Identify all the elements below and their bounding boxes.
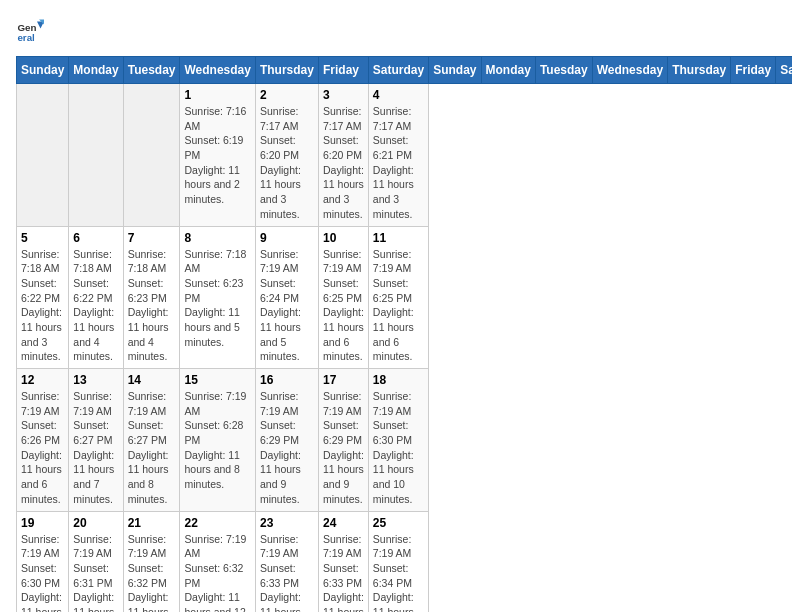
day-cell: 25Sunrise: 7:19 AMSunset: 6:34 PMDayligh…	[368, 511, 428, 612]
day-info: Sunrise: 7:19 AMSunset: 6:32 PMDaylight:…	[128, 532, 176, 613]
header-saturday: Saturday	[368, 57, 428, 84]
header-tuesday: Tuesday	[123, 57, 180, 84]
day-info: Sunrise: 7:17 AMSunset: 6:20 PMDaylight:…	[260, 104, 314, 222]
day-info: Sunrise: 7:19 AMSunset: 6:29 PMDaylight:…	[323, 389, 364, 507]
day-number: 5	[21, 231, 64, 245]
day-number: 2	[260, 88, 314, 102]
day-number: 13	[73, 373, 118, 387]
day-number: 12	[21, 373, 64, 387]
page-header: Gen eral	[16, 16, 776, 44]
header-monday: Monday	[69, 57, 123, 84]
day-info: Sunrise: 7:18 AMSunset: 6:22 PMDaylight:…	[21, 247, 64, 365]
day-cell: 23Sunrise: 7:19 AMSunset: 6:33 PMDayligh…	[255, 511, 318, 612]
day-info: Sunrise: 7:19 AMSunset: 6:31 PMDaylight:…	[73, 532, 118, 613]
day-number: 6	[73, 231, 118, 245]
header-friday: Friday	[318, 57, 368, 84]
day-number: 10	[323, 231, 364, 245]
day-number: 11	[373, 231, 424, 245]
day-number: 20	[73, 516, 118, 530]
day-cell: 11Sunrise: 7:19 AMSunset: 6:25 PMDayligh…	[368, 226, 428, 369]
day-cell: 18Sunrise: 7:19 AMSunset: 6:30 PMDayligh…	[368, 369, 428, 512]
day-cell: 21Sunrise: 7:19 AMSunset: 6:32 PMDayligh…	[123, 511, 180, 612]
day-number: 1	[184, 88, 250, 102]
day-number: 4	[373, 88, 424, 102]
day-info: Sunrise: 7:19 AMSunset: 6:27 PMDaylight:…	[73, 389, 118, 507]
day-cell: 5Sunrise: 7:18 AMSunset: 6:22 PMDaylight…	[17, 226, 69, 369]
day-cell: 2Sunrise: 7:17 AMSunset: 6:20 PMDaylight…	[255, 84, 318, 227]
day-info: Sunrise: 7:19 AMSunset: 6:30 PMDaylight:…	[373, 389, 424, 507]
day-cell: 13Sunrise: 7:19 AMSunset: 6:27 PMDayligh…	[69, 369, 123, 512]
day-cell	[123, 84, 180, 227]
col-header-thursday: Thursday	[668, 57, 731, 84]
day-number: 15	[184, 373, 250, 387]
day-info: Sunrise: 7:17 AMSunset: 6:21 PMDaylight:…	[373, 104, 424, 222]
day-number: 16	[260, 373, 314, 387]
day-info: Sunrise: 7:19 AMSunset: 6:32 PMDaylight:…	[184, 532, 250, 613]
header-thursday: Thursday	[255, 57, 318, 84]
day-cell	[17, 84, 69, 227]
day-cell: 1Sunrise: 7:16 AMSunset: 6:19 PMDaylight…	[180, 84, 255, 227]
calendar-table: SundayMondayTuesdayWednesdayThursdayFrid…	[16, 56, 792, 612]
day-info: Sunrise: 7:19 AMSunset: 6:30 PMDaylight:…	[21, 532, 64, 613]
day-cell: 9Sunrise: 7:19 AMSunset: 6:24 PMDaylight…	[255, 226, 318, 369]
day-info: Sunrise: 7:19 AMSunset: 6:28 PMDaylight:…	[184, 389, 250, 492]
day-cell: 3Sunrise: 7:17 AMSunset: 6:20 PMDaylight…	[318, 84, 368, 227]
day-cell: 12Sunrise: 7:19 AMSunset: 6:26 PMDayligh…	[17, 369, 69, 512]
day-cell: 14Sunrise: 7:19 AMSunset: 6:27 PMDayligh…	[123, 369, 180, 512]
day-number: 8	[184, 231, 250, 245]
day-number: 22	[184, 516, 250, 530]
week-row-1: 1Sunrise: 7:16 AMSunset: 6:19 PMDaylight…	[17, 84, 793, 227]
day-cell: 22Sunrise: 7:19 AMSunset: 6:32 PMDayligh…	[180, 511, 255, 612]
day-info: Sunrise: 7:18 AMSunset: 6:22 PMDaylight:…	[73, 247, 118, 365]
header-sunday: Sunday	[17, 57, 69, 84]
day-cell: 6Sunrise: 7:18 AMSunset: 6:22 PMDaylight…	[69, 226, 123, 369]
day-info: Sunrise: 7:16 AMSunset: 6:19 PMDaylight:…	[184, 104, 250, 207]
day-info: Sunrise: 7:18 AMSunset: 6:23 PMDaylight:…	[184, 247, 250, 350]
day-cell: 10Sunrise: 7:19 AMSunset: 6:25 PMDayligh…	[318, 226, 368, 369]
day-number: 24	[323, 516, 364, 530]
week-row-3: 12Sunrise: 7:19 AMSunset: 6:26 PMDayligh…	[17, 369, 793, 512]
day-cell: 17Sunrise: 7:19 AMSunset: 6:29 PMDayligh…	[318, 369, 368, 512]
day-number: 19	[21, 516, 64, 530]
col-header-saturday: Saturday	[776, 57, 792, 84]
day-info: Sunrise: 7:19 AMSunset: 6:26 PMDaylight:…	[21, 389, 64, 507]
logo-icon: Gen eral	[16, 16, 44, 44]
col-header-monday: Monday	[481, 57, 535, 84]
col-header-tuesday: Tuesday	[535, 57, 592, 84]
day-number: 9	[260, 231, 314, 245]
day-cell: 4Sunrise: 7:17 AMSunset: 6:21 PMDaylight…	[368, 84, 428, 227]
day-info: Sunrise: 7:19 AMSunset: 6:29 PMDaylight:…	[260, 389, 314, 507]
day-info: Sunrise: 7:17 AMSunset: 6:20 PMDaylight:…	[323, 104, 364, 222]
week-row-2: 5Sunrise: 7:18 AMSunset: 6:22 PMDaylight…	[17, 226, 793, 369]
week-row-4: 19Sunrise: 7:19 AMSunset: 6:30 PMDayligh…	[17, 511, 793, 612]
day-cell: 20Sunrise: 7:19 AMSunset: 6:31 PMDayligh…	[69, 511, 123, 612]
day-cell: 7Sunrise: 7:18 AMSunset: 6:23 PMDaylight…	[123, 226, 180, 369]
day-number: 21	[128, 516, 176, 530]
col-header-friday: Friday	[731, 57, 776, 84]
logo: Gen eral	[16, 16, 48, 44]
day-number: 25	[373, 516, 424, 530]
col-header-sunday: Sunday	[429, 57, 481, 84]
day-info: Sunrise: 7:19 AMSunset: 6:33 PMDaylight:…	[323, 532, 364, 613]
calendar-header-row: SundayMondayTuesdayWednesdayThursdayFrid…	[17, 57, 793, 84]
day-info: Sunrise: 7:19 AMSunset: 6:25 PMDaylight:…	[373, 247, 424, 365]
header-wednesday: Wednesday	[180, 57, 255, 84]
day-number: 3	[323, 88, 364, 102]
day-info: Sunrise: 7:19 AMSunset: 6:33 PMDaylight:…	[260, 532, 314, 613]
day-number: 18	[373, 373, 424, 387]
day-info: Sunrise: 7:19 AMSunset: 6:27 PMDaylight:…	[128, 389, 176, 507]
day-cell: 15Sunrise: 7:19 AMSunset: 6:28 PMDayligh…	[180, 369, 255, 512]
svg-text:eral: eral	[17, 32, 35, 43]
day-cell: 24Sunrise: 7:19 AMSunset: 6:33 PMDayligh…	[318, 511, 368, 612]
day-info: Sunrise: 7:18 AMSunset: 6:23 PMDaylight:…	[128, 247, 176, 365]
day-cell: 8Sunrise: 7:18 AMSunset: 6:23 PMDaylight…	[180, 226, 255, 369]
day-info: Sunrise: 7:19 AMSunset: 6:25 PMDaylight:…	[323, 247, 364, 365]
day-number: 23	[260, 516, 314, 530]
day-number: 7	[128, 231, 176, 245]
day-cell: 16Sunrise: 7:19 AMSunset: 6:29 PMDayligh…	[255, 369, 318, 512]
day-info: Sunrise: 7:19 AMSunset: 6:24 PMDaylight:…	[260, 247, 314, 365]
day-cell	[69, 84, 123, 227]
day-number: 14	[128, 373, 176, 387]
day-info: Sunrise: 7:19 AMSunset: 6:34 PMDaylight:…	[373, 532, 424, 613]
col-header-wednesday: Wednesday	[592, 57, 667, 84]
